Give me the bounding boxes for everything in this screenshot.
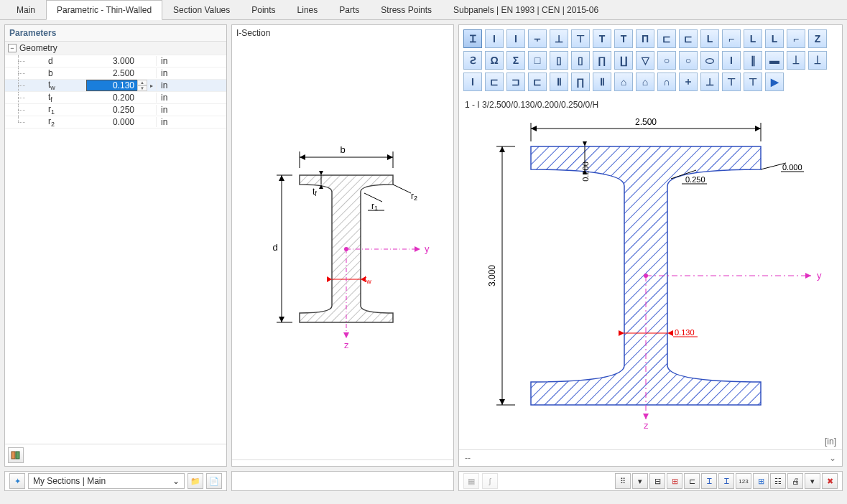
view-list-button[interactable]: ☷	[770, 473, 786, 489]
shape-t2[interactable]: T	[593, 29, 611, 48]
group-geometry[interactable]: − Geometry	[5, 42, 226, 55]
param-row-b[interactable]: b2.500in	[5, 67, 226, 80]
shape-z2[interactable]: Ƨ	[463, 51, 482, 70]
svg-marker-31	[531, 126, 537, 131]
view-dims-button[interactable]: ⊟	[649, 473, 665, 489]
shape-it[interactable]: ⊥	[550, 29, 568, 48]
shape-i2[interactable]: I	[485, 29, 504, 48]
shape-uc1[interactable]: ⊏	[485, 73, 504, 91]
param-row-d[interactable]: d3.000in	[5, 55, 226, 67]
shape-l1[interactable]: L	[700, 29, 719, 48]
close-button[interactable]: ✖	[822, 473, 838, 489]
shape-ast2[interactable]: ⊤	[722, 73, 741, 91]
shape-o3[interactable]: ⬭	[700, 51, 719, 70]
shape-uc2[interactable]: ⊐	[506, 73, 525, 91]
shape-l4[interactable]: L	[765, 29, 784, 48]
shape-sigma[interactable]: Σ	[506, 51, 525, 70]
shape-t3[interactable]: T	[614, 29, 633, 48]
tab-main[interactable]: Main	[6, 0, 46, 19]
shape-j1[interactable]: ⟘	[787, 51, 805, 70]
shape-i3[interactable]: I	[506, 29, 525, 48]
shape-c1[interactable]: ⊏	[657, 29, 676, 48]
tab-section-values[interactable]: Section Values	[162, 0, 241, 19]
param-row-r2[interactable]: r20.000in	[5, 116, 226, 129]
shape-2p[interactable]: ∏	[571, 73, 590, 91]
view-points-button[interactable]: ⠿	[615, 473, 631, 489]
tab-stress-points[interactable]: Stress Points	[370, 0, 443, 19]
shape-u2[interactable]: ▽	[636, 51, 654, 70]
param-value[interactable]: 0.130	[87, 80, 137, 90]
dim-r1: 0.250	[685, 175, 705, 184]
shape-2i[interactable]: Ⅱ	[550, 73, 568, 91]
library-button[interactable]	[8, 447, 24, 463]
param-row-tw[interactable]: tw0.130▲▼▸in	[5, 80, 226, 92]
shape-u1[interactable]: ∐	[614, 51, 633, 70]
param-menu[interactable]: ▸	[147, 83, 156, 89]
param-row-r1[interactable]: r10.250in	[5, 104, 226, 116]
print-dropdown[interactable]: ▾	[805, 473, 820, 489]
view-grid-button[interactable]: ⊞	[753, 473, 769, 489]
shape-iu[interactable]: ⫟	[528, 29, 547, 48]
view-numbers-button[interactable]: 123	[736, 473, 751, 489]
show-values-button[interactable]: ▦	[463, 473, 479, 489]
shape-box2[interactable]: ▯	[550, 51, 568, 70]
shape-a2[interactable]: ⌂	[636, 73, 654, 91]
new-item-button[interactable]: 📄	[206, 473, 222, 489]
shape-l3[interactable]: L	[744, 29, 762, 48]
view-dropdown[interactable]: ▾	[632, 473, 648, 489]
shape-j3[interactable]: I	[463, 73, 482, 91]
shape-ii[interactable]: ‖	[744, 51, 762, 70]
stress-button[interactable]: ∫	[482, 473, 498, 489]
svg-marker-50	[805, 273, 811, 279]
shape-c2[interactable]: ⊏	[679, 29, 698, 48]
shape-l2[interactable]: ⌐	[722, 29, 741, 48]
sections-combo[interactable]: My Sections | Main ⌄	[28, 473, 185, 489]
param-row-tf[interactable]: tf0.200in	[5, 92, 226, 104]
shape-ast1[interactable]: ⊥	[700, 73, 719, 91]
shape-2h[interactable]: Ⅱ	[593, 73, 611, 91]
favorite-button[interactable]: ✦	[9, 473, 25, 489]
shape-arch[interactable]: ∩	[657, 73, 676, 91]
shape-uc3[interactable]: ⊏	[528, 73, 547, 91]
view-principal-button[interactable]: ⊏	[684, 473, 700, 489]
shape-box1[interactable]: □	[528, 51, 547, 70]
tab-points[interactable]: Points	[241, 0, 286, 19]
new-folder-button[interactable]: 📁	[188, 473, 203, 489]
shape-plus[interactable]: ＋	[679, 73, 698, 91]
param-unit: in	[156, 93, 176, 103]
shape-pi[interactable]: Π	[636, 29, 654, 48]
view-axes-button[interactable]: ⊞	[667, 473, 682, 489]
shape-l5[interactable]: ⌐	[787, 29, 805, 48]
svg-marker-39	[583, 141, 587, 146]
param-value[interactable]: 0.000	[87, 117, 137, 127]
param-value[interactable]: 2.500	[87, 68, 137, 78]
tab-subpanels[interactable]: Subpanels | EN 1993 | CEN | 2015-06	[443, 0, 609, 19]
view-beam2-button[interactable]: Ꮖ	[718, 473, 734, 489]
shape-t1[interactable]: ⊤	[571, 29, 590, 48]
spinner[interactable]: ▲▼	[137, 80, 147, 91]
print-button[interactable]: 🖨	[787, 473, 803, 489]
shape-z1[interactable]: Z	[808, 29, 827, 48]
shape-flat[interactable]: ▬	[765, 51, 784, 70]
shape-o1[interactable]: ○	[657, 51, 676, 70]
shape-bar[interactable]: I	[722, 51, 741, 70]
collapse-icon[interactable]: −	[8, 44, 17, 52]
shape-o2[interactable]: ○	[679, 51, 698, 70]
shape-box3[interactable]: ▯	[571, 51, 590, 70]
shape-omega[interactable]: Ω	[485, 51, 504, 70]
tab-parametric[interactable]: Parametric - Thin-Walled	[46, 0, 162, 20]
shape-a1[interactable]: ⌂	[614, 73, 633, 91]
shape-j2[interactable]: ⟘	[808, 51, 827, 70]
tab-parts[interactable]: Parts	[328, 0, 370, 19]
view-beam1-button[interactable]: Ꮖ	[701, 473, 717, 489]
param-value[interactable]: 3.000	[87, 56, 137, 66]
info-expand-icon[interactable]: ⌄	[829, 453, 836, 463]
param-value[interactable]: 0.250	[87, 105, 137, 115]
shape-i[interactable]: Ꮖ	[463, 29, 482, 48]
shape-ast3[interactable]: ⊤	[744, 73, 762, 91]
tab-lines[interactable]: Lines	[287, 0, 329, 19]
shape-pi2[interactable]: ∏	[593, 51, 611, 70]
param-value[interactable]: 0.200	[87, 93, 137, 103]
shape-more[interactable]: ▶	[765, 73, 784, 91]
svg-marker-47	[667, 330, 673, 336]
